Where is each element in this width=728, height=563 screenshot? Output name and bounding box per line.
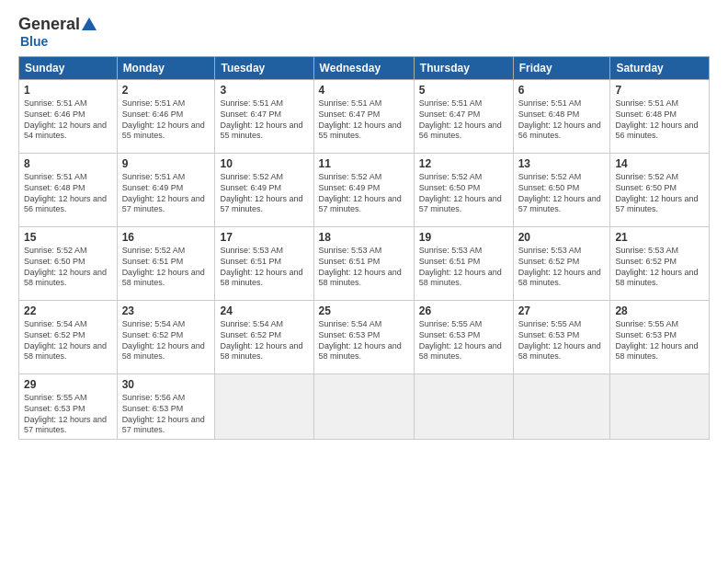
- day-number: 1: [24, 83, 112, 98]
- calendar-cell: 7 Sunrise: 5:51 AMSunset: 6:48 PMDayligh…: [610, 80, 710, 154]
- day-info: Sunrise: 5:51 AMSunset: 6:46 PMDaylight:…: [122, 98, 210, 142]
- calendar-cell: 18 Sunrise: 5:53 AMSunset: 6:51 PMDaylig…: [313, 227, 414, 301]
- day-info: Sunrise: 5:54 AMSunset: 6:53 PMDaylight:…: [319, 319, 409, 362]
- day-number: 19: [419, 230, 508, 245]
- day-info: Sunrise: 5:52 AMSunset: 6:50 PMDaylight:…: [24, 246, 112, 289]
- day-info: Sunrise: 5:52 AMSunset: 6:49 PMDaylight:…: [220, 172, 308, 215]
- logo-blue-text: Blue: [20, 34, 48, 49]
- day-info: Sunrise: 5:55 AMSunset: 6:53 PMDaylight:…: [518, 319, 606, 362]
- day-number: 20: [518, 230, 606, 245]
- day-number: 8: [24, 156, 112, 171]
- calendar-cell: 6 Sunrise: 5:51 AMSunset: 6:48 PMDayligh…: [513, 80, 610, 154]
- day-info: Sunrise: 5:55 AMSunset: 6:53 PMDaylight:…: [419, 319, 508, 362]
- calendar-cell: 1 Sunrise: 5:51 AMSunset: 6:46 PMDayligh…: [19, 80, 118, 154]
- day-number: 9: [122, 156, 210, 171]
- calendar-cell: 29 Sunrise: 5:55 AMSunset: 6:53 PMDaylig…: [19, 374, 118, 440]
- day-info: Sunrise: 5:52 AMSunset: 6:50 PMDaylight:…: [615, 172, 704, 215]
- calendar-cell: 13 Sunrise: 5:52 AMSunset: 6:50 PMDaylig…: [513, 154, 610, 227]
- day-number: 18: [319, 230, 409, 245]
- logo: General Blue: [18, 15, 97, 49]
- day-number: 22: [24, 304, 112, 318]
- calendar-cell: 14 Sunrise: 5:52 AMSunset: 6:50 PMDaylig…: [610, 154, 710, 227]
- day-info: Sunrise: 5:56 AMSunset: 6:53 PMDaylight:…: [122, 393, 210, 436]
- calendar-cell: 2 Sunrise: 5:51 AMSunset: 6:46 PMDayligh…: [117, 80, 215, 154]
- day-info: Sunrise: 5:53 AMSunset: 6:51 PMDaylight:…: [419, 246, 508, 289]
- day-info: Sunrise: 5:53 AMSunset: 6:52 PMDaylight:…: [518, 246, 606, 289]
- weekday-header-friday: Friday: [513, 57, 610, 80]
- calendar-cell: 8 Sunrise: 5:51 AMSunset: 6:48 PMDayligh…: [19, 154, 118, 227]
- calendar-cell: 15 Sunrise: 5:52 AMSunset: 6:50 PMDaylig…: [19, 227, 118, 301]
- day-info: Sunrise: 5:54 AMSunset: 6:52 PMDaylight:…: [24, 319, 112, 362]
- day-info: Sunrise: 5:53 AMSunset: 6:51 PMDaylight:…: [319, 246, 409, 289]
- day-number: 10: [220, 156, 308, 171]
- calendar-cell: 4 Sunrise: 5:51 AMSunset: 6:47 PMDayligh…: [313, 80, 414, 154]
- calendar-cell: 12 Sunrise: 5:52 AMSunset: 6:50 PMDaylig…: [414, 154, 513, 227]
- day-number: 5: [419, 83, 508, 98]
- calendar-cell: 27 Sunrise: 5:55 AMSunset: 6:53 PMDaylig…: [513, 301, 610, 374]
- calendar-cell: [610, 374, 710, 440]
- day-info: Sunrise: 5:52 AMSunset: 6:50 PMDaylight:…: [419, 172, 508, 215]
- calendar-cell: 25 Sunrise: 5:54 AMSunset: 6:53 PMDaylig…: [313, 301, 414, 374]
- day-info: Sunrise: 5:51 AMSunset: 6:47 PMDaylight:…: [419, 98, 508, 142]
- calendar-cell: 21 Sunrise: 5:53 AMSunset: 6:52 PMDaylig…: [610, 227, 710, 301]
- calendar-cell: 5 Sunrise: 5:51 AMSunset: 6:47 PMDayligh…: [414, 80, 513, 154]
- calendar-cell: 26 Sunrise: 5:55 AMSunset: 6:53 PMDaylig…: [414, 301, 513, 374]
- day-info: Sunrise: 5:51 AMSunset: 6:48 PMDaylight:…: [518, 98, 606, 142]
- calendar-cell: 19 Sunrise: 5:53 AMSunset: 6:51 PMDaylig…: [414, 227, 513, 301]
- weekday-header-row: SundayMondayTuesdayWednesdayThursdayFrid…: [19, 57, 710, 80]
- calendar-cell: 17 Sunrise: 5:53 AMSunset: 6:51 PMDaylig…: [215, 227, 313, 301]
- day-number: 13: [518, 156, 606, 171]
- day-info: Sunrise: 5:51 AMSunset: 6:46 PMDaylight:…: [24, 98, 112, 142]
- day-number: 14: [615, 156, 704, 171]
- calendar-cell: [513, 374, 610, 440]
- day-number: 30: [122, 377, 210, 392]
- calendar-cell: 28 Sunrise: 5:55 AMSunset: 6:53 PMDaylig…: [610, 301, 710, 374]
- day-number: 16: [122, 230, 210, 245]
- calendar-cell: [215, 374, 313, 440]
- calendar-cell: 24 Sunrise: 5:54 AMSunset: 6:52 PMDaylig…: [215, 301, 313, 374]
- day-info: Sunrise: 5:54 AMSunset: 6:52 PMDaylight:…: [122, 319, 210, 362]
- calendar-cell: [414, 374, 513, 440]
- weekday-header-sunday: Sunday: [19, 57, 118, 80]
- weekday-header-tuesday: Tuesday: [215, 57, 313, 80]
- day-info: Sunrise: 5:52 AMSunset: 6:51 PMDaylight:…: [122, 246, 210, 289]
- day-info: Sunrise: 5:53 AMSunset: 6:51 PMDaylight:…: [220, 246, 308, 289]
- day-info: Sunrise: 5:51 AMSunset: 6:49 PMDaylight:…: [122, 172, 210, 215]
- day-info: Sunrise: 5:52 AMSunset: 6:49 PMDaylight:…: [319, 172, 409, 215]
- calendar-table: SundayMondayTuesdayWednesdayThursdayFrid…: [18, 56, 710, 440]
- weekday-header-monday: Monday: [117, 57, 215, 80]
- day-number: 28: [615, 304, 704, 318]
- day-info: Sunrise: 5:55 AMSunset: 6:53 PMDaylight:…: [24, 393, 112, 436]
- weekday-header-saturday: Saturday: [610, 57, 710, 80]
- day-info: Sunrise: 5:52 AMSunset: 6:50 PMDaylight:…: [518, 172, 606, 215]
- day-info: Sunrise: 5:51 AMSunset: 6:48 PMDaylight:…: [615, 98, 704, 142]
- calendar-cell: 16 Sunrise: 5:52 AMSunset: 6:51 PMDaylig…: [117, 227, 215, 301]
- day-number: 4: [319, 83, 409, 98]
- calendar-cell: 10 Sunrise: 5:52 AMSunset: 6:49 PMDaylig…: [215, 154, 313, 227]
- weekday-header-thursday: Thursday: [414, 57, 513, 80]
- weekday-header-wednesday: Wednesday: [313, 57, 414, 80]
- day-info: Sunrise: 5:51 AMSunset: 6:47 PMDaylight:…: [319, 98, 409, 142]
- day-number: 17: [220, 230, 308, 245]
- day-info: Sunrise: 5:54 AMSunset: 6:52 PMDaylight:…: [220, 319, 308, 362]
- day-number: 23: [122, 304, 210, 318]
- day-number: 29: [24, 377, 112, 392]
- logo-triangle-icon: [82, 17, 97, 30]
- day-number: 24: [220, 304, 308, 318]
- day-info: Sunrise: 5:53 AMSunset: 6:52 PMDaylight:…: [615, 246, 704, 289]
- day-number: 27: [518, 304, 606, 318]
- calendar-cell: 11 Sunrise: 5:52 AMSunset: 6:49 PMDaylig…: [313, 154, 414, 227]
- calendar-cell: [313, 374, 414, 440]
- calendar-cell: 22 Sunrise: 5:54 AMSunset: 6:52 PMDaylig…: [19, 301, 118, 374]
- day-info: Sunrise: 5:55 AMSunset: 6:53 PMDaylight:…: [615, 319, 704, 362]
- day-info: Sunrise: 5:51 AMSunset: 6:48 PMDaylight:…: [24, 172, 112, 215]
- calendar-cell: 30 Sunrise: 5:56 AMSunset: 6:53 PMDaylig…: [117, 374, 215, 440]
- day-number: 7: [615, 83, 704, 98]
- day-number: 6: [518, 83, 606, 98]
- day-number: 12: [419, 156, 508, 171]
- day-number: 25: [319, 304, 409, 318]
- logo-general-text: General: [18, 15, 80, 34]
- calendar-cell: 20 Sunrise: 5:53 AMSunset: 6:52 PMDaylig…: [513, 227, 610, 301]
- calendar-cell: 3 Sunrise: 5:51 AMSunset: 6:47 PMDayligh…: [215, 80, 313, 154]
- day-number: 3: [220, 83, 308, 98]
